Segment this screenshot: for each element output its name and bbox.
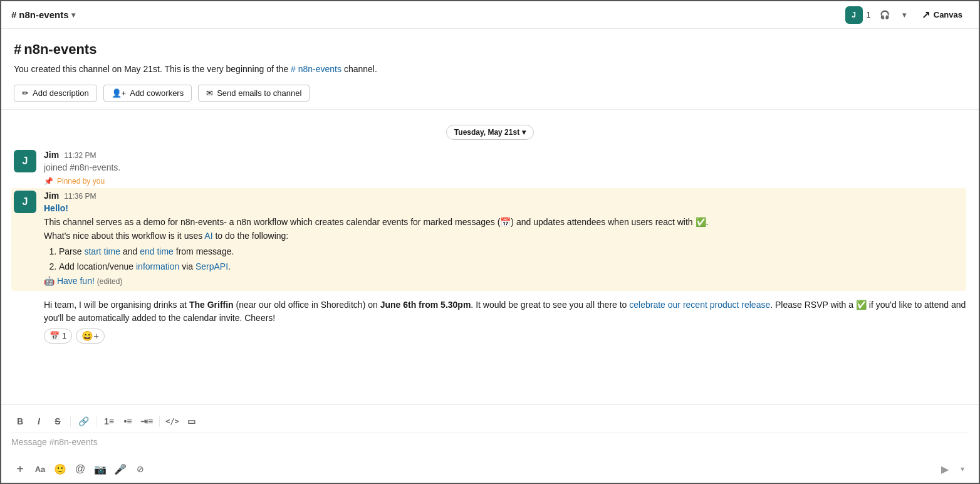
pin-icon: 📌 bbox=[44, 177, 53, 186]
pinned-banner: 📌 Pinned by you bbox=[44, 177, 966, 186]
date-pill[interactable]: Tuesday, May 21st ▾ bbox=[446, 125, 534, 140]
canvas-label: Canvas bbox=[934, 10, 962, 19]
hi-team-text: Hi team, I will be organising drinks at bbox=[44, 300, 189, 310]
unordered-list-tool[interactable]: •≡ bbox=[119, 413, 137, 430]
channel-header: # n8n-events You created this channel on… bbox=[1, 29, 979, 110]
message-time-1: 11:32 PM bbox=[64, 151, 96, 160]
channel-link[interactable]: # n8n-events bbox=[291, 64, 341, 74]
avatar-jim-1: J bbox=[14, 150, 36, 172]
strikethrough-tool[interactable]: S bbox=[49, 413, 66, 430]
location-text: (near our old office in Shoreditch) on bbox=[234, 300, 380, 310]
robot-emoji: 🤖 bbox=[44, 276, 55, 286]
main-content: # n8n-events You created this channel on… bbox=[1, 29, 979, 483]
mention-tool[interactable]: @ bbox=[71, 460, 89, 478]
block-tool[interactable]: ▭ bbox=[182, 413, 200, 430]
send-options-button[interactable]: ▾ bbox=[956, 460, 969, 478]
message-time-2: 11:36 PM bbox=[64, 192, 96, 201]
add-coworkers-label: Add coworkers bbox=[130, 88, 184, 98]
indent-tool[interactable]: ⇥≡ bbox=[138, 413, 155, 430]
feature-list: Parse start time and end time from messa… bbox=[59, 245, 961, 275]
send-emails-label: Send emails to channel bbox=[217, 88, 301, 98]
chevron-down-icon: ▾ bbox=[902, 10, 907, 19]
avatar-spacer bbox=[14, 298, 36, 344]
list-item-2: Add location/venue information via SerpA… bbox=[59, 260, 961, 275]
italic-tool[interactable]: I bbox=[30, 413, 48, 430]
toolbar-divider-2 bbox=[96, 416, 96, 427]
calendar-react-count: 1 bbox=[62, 331, 66, 340]
text-format-tool[interactable]: Aa bbox=[31, 460, 49, 478]
message-text-1: joined #n8n-events. bbox=[44, 161, 966, 174]
add-description-label: Add description bbox=[33, 88, 89, 98]
toolbar-divider-1 bbox=[70, 416, 71, 427]
more-options-button[interactable]: ▾ bbox=[899, 8, 910, 22]
canvas-button[interactable]: ↗ Canvas bbox=[915, 6, 969, 23]
body-line-2: What's nice about this workflow is it us… bbox=[44, 229, 961, 243]
avatar: J bbox=[845, 6, 863, 24]
composer-toolbar: B I S 🔗 1≡ •≡ ⇥≡ </> ▭ bbox=[11, 410, 969, 433]
toolbar-divider-3 bbox=[159, 416, 160, 427]
message-meta-1: Jim 11:32 PM bbox=[44, 150, 966, 160]
link-tool[interactable]: 🔗 bbox=[75, 413, 92, 430]
slash-tool[interactable]: ⊘ bbox=[132, 460, 149, 478]
video-tool[interactable]: 📷 bbox=[91, 460, 109, 478]
message-body-2: Hello! This channel serves as a demo for… bbox=[44, 202, 961, 288]
channel-name-heading-text: n8n-events bbox=[24, 41, 96, 58]
headphones-button[interactable]: 🎧 bbox=[876, 8, 894, 22]
person-plus-icon: 👤+ bbox=[112, 88, 127, 98]
message-group-3: Hi team, I will be organising drinks at … bbox=[14, 298, 966, 344]
member-count: 1 bbox=[867, 10, 871, 19]
pinned-by-text: Pinned by you bbox=[57, 177, 105, 186]
email-icon: ✉ bbox=[206, 88, 213, 98]
channel-actions: ✏ Add description 👤+ Add coworkers ✉ Sen… bbox=[14, 85, 966, 102]
composer-bottom-right: ▶ ▾ bbox=[936, 460, 969, 478]
member-section[interactable]: J 1 bbox=[845, 6, 871, 24]
code-tool[interactable]: </> bbox=[164, 413, 181, 430]
add-reaction-button[interactable]: 😄+ bbox=[76, 329, 105, 344]
message-content-2: Jim 11:36 PM Hello! This channel serves … bbox=[44, 191, 961, 288]
composer: B I S 🔗 1≡ •≡ ⇥≡ </> ▭ + Aa 🙂 @ 📷 🎤 ⊘ bbox=[1, 404, 979, 483]
bold-tool[interactable]: B bbox=[11, 413, 29, 430]
list-item-1: Parse start time and end time from messa… bbox=[59, 245, 961, 260]
fun-line: 🤖 Have fun! (edited) bbox=[44, 274, 961, 288]
hash-large: # bbox=[14, 41, 21, 58]
add-description-button[interactable]: ✏ Add description bbox=[14, 85, 97, 102]
checkmark-icon-1: ✅ bbox=[696, 217, 706, 227]
hash-icon: # bbox=[11, 9, 16, 20]
message-group-1: J Jim 11:32 PM joined #n8n-events. bbox=[14, 150, 966, 174]
channel-description: You created this channel on May 21st. Th… bbox=[14, 63, 966, 76]
top-bar-left: # n8n-events ▾ bbox=[11, 9, 75, 20]
message-content-3: Hi team, I will be organising drinks at … bbox=[44, 298, 966, 344]
send-button[interactable]: ▶ bbox=[936, 460, 954, 478]
calendar-reaction[interactable]: 📅 1 bbox=[44, 329, 72, 344]
messages-area[interactable]: Tuesday, May 21st ▾ J Jim 11:32 PM joine… bbox=[1, 110, 979, 404]
chevron-down-icon: ▾ bbox=[71, 11, 75, 19]
send-emails-button[interactable]: ✉ Send emails to channel bbox=[198, 85, 310, 102]
top-bar-right: J 1 🎧 ▾ ↗ Canvas bbox=[845, 6, 969, 24]
mic-tool[interactable]: 🎤 bbox=[112, 460, 129, 478]
message-input[interactable] bbox=[11, 436, 969, 456]
channel-title-top[interactable]: # n8n-events ▾ bbox=[11, 9, 75, 20]
calendar-icon-1: 📅 bbox=[500, 217, 511, 227]
top-channel-name: n8n-events bbox=[19, 9, 68, 20]
message-content-1: Jim 11:32 PM joined #n8n-events. bbox=[44, 150, 966, 174]
plus-tool[interactable]: + bbox=[11, 460, 29, 478]
griffin-text: The Griffin bbox=[189, 300, 234, 310]
date-text: June 6th from 5.30pm bbox=[380, 300, 471, 310]
ordered-list-tool[interactable]: 1≡ bbox=[100, 413, 118, 430]
message-meta-2: Jim 11:36 PM bbox=[44, 191, 961, 201]
emoji-tool[interactable]: 🙂 bbox=[51, 460, 69, 478]
date-label: Tuesday, May 21st bbox=[454, 128, 519, 137]
add-coworkers-button[interactable]: 👤+ Add coworkers bbox=[103, 85, 192, 102]
body-text-3: . bbox=[706, 217, 709, 227]
message-author-2: Jim bbox=[44, 191, 59, 201]
desc-end: channel. bbox=[344, 64, 377, 74]
desc-text: You created this channel on May 21st. Th… bbox=[14, 64, 288, 74]
rsvp-text: . It would be great to see you all there… bbox=[471, 300, 629, 310]
reactions: 📅 1 😄+ bbox=[44, 329, 966, 344]
smiley-plus-icon: 😄+ bbox=[81, 330, 99, 342]
body-text-1: This channel serves as a demo for n8n-ev… bbox=[44, 217, 500, 227]
message-author-1: Jim bbox=[44, 150, 59, 160]
body-line-1: This channel serves as a demo for n8n-ev… bbox=[44, 215, 961, 229]
calendar-react-emoji: 📅 bbox=[50, 331, 60, 340]
headphones-icon: 🎧 bbox=[880, 10, 890, 19]
